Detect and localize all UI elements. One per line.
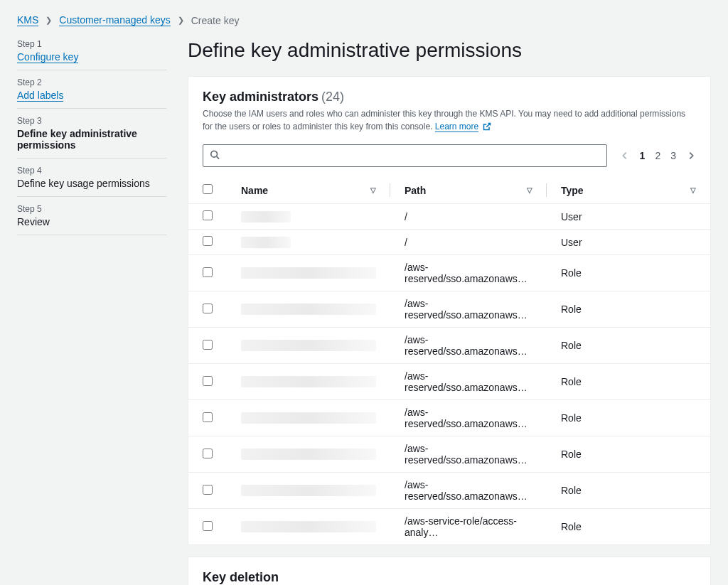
redacted-name — [241, 376, 376, 387]
table-row[interactable]: /User — [188, 230, 710, 255]
row-checkbox[interactable] — [203, 304, 213, 313]
deletion-title: Key deletion — [203, 570, 696, 585]
key-deletion-panel: Key deletion Allow key administrators to… — [188, 557, 711, 585]
sort-icon: ▽ — [527, 186, 532, 194]
sidebar-step-4: Step 4 Define key usage permissions — [17, 159, 166, 197]
page-2[interactable]: 2 — [655, 150, 660, 161]
table-row[interactable]: /aws-service-role/access-analy…Role — [188, 509, 710, 545]
redacted-name — [241, 412, 376, 424]
step-label: Step 4 — [17, 166, 166, 176]
key-administrators-panel: Key administrators (24) Choose the IAM u… — [188, 76, 711, 545]
type-cell: Role — [547, 473, 710, 509]
type-cell: Role — [547, 364, 710, 400]
path-cell: / — [390, 230, 547, 255]
breadcrumb-cmk[interactable]: Customer-managed keys — [59, 14, 170, 26]
table-row[interactable]: /aws-reserved/sso.amazonaws…Role — [188, 400, 710, 436]
breadcrumb-current: Create key — [191, 15, 240, 26]
sidebar-step-5: Step 5 Review — [17, 197, 166, 235]
row-checkbox[interactable] — [203, 236, 213, 246]
table-row[interactable]: /aws-reserved/sso.amazonaws…Role — [188, 473, 710, 509]
row-checkbox[interactable] — [203, 412, 213, 422]
select-all-checkbox[interactable] — [203, 184, 213, 194]
redacted-name — [241, 267, 376, 279]
table-row[interactable]: /aws-reserved/sso.amazonaws…Role — [188, 255, 710, 291]
path-cell: /aws-service-role/access-analy… — [390, 509, 547, 545]
table-row[interactable]: /User — [188, 204, 710, 230]
type-cell: Role — [547, 255, 710, 291]
redacted-name — [241, 304, 376, 315]
chevron-right-icon: ❯ — [46, 16, 52, 25]
table-row[interactable]: /aws-reserved/sso.amazonaws…Role — [188, 436, 710, 473]
external-link-icon — [483, 122, 491, 134]
sidebar-step-2[interactable]: Step 2 Add labels — [17, 70, 166, 109]
sidebar-step-1[interactable]: Step 1 Configure key — [17, 39, 166, 70]
breadcrumb-kms[interactable]: KMS — [17, 14, 38, 26]
row-checkbox[interactable] — [203, 210, 213, 220]
type-cell: User — [547, 204, 710, 230]
type-cell: Role — [547, 328, 710, 364]
pagination: 1 2 3 — [620, 150, 696, 161]
col-path[interactable]: Path — [405, 185, 426, 196]
learn-more-link[interactable]: Learn more — [435, 122, 478, 132]
row-checkbox[interactable] — [203, 340, 213, 350]
wizard-sidebar: Step 1 Configure key Step 2 Add labels S… — [17, 39, 166, 585]
step-label: Step 5 — [17, 204, 166, 214]
path-cell: /aws-reserved/sso.amazonaws… — [390, 291, 547, 328]
page-next-icon[interactable] — [686, 151, 696, 161]
page-3[interactable]: 3 — [670, 150, 676, 161]
redacted-name — [241, 485, 376, 496]
page-title: Define key administrative permissions — [188, 39, 711, 62]
type-cell: Role — [547, 291, 710, 328]
step-title[interactable]: Configure key — [17, 51, 78, 63]
redacted-name — [241, 211, 291, 222]
table-row[interactable]: /aws-reserved/sso.amazonaws…Role — [188, 364, 710, 400]
type-cell: Role — [547, 436, 710, 473]
path-cell: /aws-reserved/sso.amazonaws… — [390, 400, 547, 436]
step-title: Define key administrative permissions — [17, 128, 166, 151]
path-cell: /aws-reserved/sso.amazonaws… — [390, 328, 547, 364]
col-type[interactable]: Type — [561, 185, 584, 196]
row-checkbox[interactable] — [203, 521, 213, 531]
page-prev-icon[interactable] — [620, 151, 630, 161]
path-cell: /aws-reserved/sso.amazonaws… — [390, 255, 547, 291]
type-cell: User — [547, 230, 710, 255]
page-1[interactable]: 1 — [640, 150, 646, 161]
table-row[interactable]: /aws-reserved/sso.amazonaws…Role — [188, 291, 710, 328]
path-cell: /aws-reserved/sso.amazonaws… — [390, 473, 547, 509]
search-input[interactable] — [203, 144, 607, 167]
breadcrumb: KMS ❯ Customer-managed keys ❯ Create key — [17, 14, 711, 26]
path-cell: / — [390, 204, 547, 230]
row-checkbox[interactable] — [203, 485, 213, 495]
path-cell: /aws-reserved/sso.amazonaws… — [390, 436, 547, 473]
chevron-right-icon: ❯ — [178, 16, 184, 25]
type-cell: Role — [547, 400, 710, 436]
row-checkbox[interactable] — [203, 267, 213, 277]
path-cell: /aws-reserved/sso.amazonaws… — [390, 364, 547, 400]
step-title: Review — [17, 216, 166, 227]
administrators-table: Name▽ Path▽ Type▽ /User/User/aws-reserve… — [188, 177, 710, 544]
step-label: Step 3 — [17, 116, 166, 126]
row-checkbox[interactable] — [203, 376, 213, 386]
panel-count: (24) — [321, 90, 344, 104]
sidebar-step-3: Step 3 Define key administrative permiss… — [17, 109, 166, 159]
step-title[interactable]: Add labels — [17, 90, 63, 102]
panel-title: Key administrators — [203, 90, 318, 104]
redacted-name — [241, 449, 376, 460]
sort-icon: ▽ — [690, 186, 696, 194]
step-label: Step 1 — [17, 39, 166, 49]
step-title: Define key usage permissions — [17, 178, 166, 189]
svg-point-0 — [211, 151, 218, 157]
col-name[interactable]: Name — [241, 185, 268, 196]
search-icon — [210, 150, 220, 162]
redacted-name — [241, 237, 291, 248]
sort-icon: ▽ — [370, 186, 376, 194]
type-cell: Role — [547, 509, 710, 545]
step-label: Step 2 — [17, 77, 166, 87]
redacted-name — [241, 521, 376, 532]
redacted-name — [241, 340, 376, 351]
row-checkbox[interactable] — [203, 449, 213, 458]
panel-description: Choose the IAM users and roles who can a… — [203, 107, 696, 134]
table-row[interactable]: /aws-reserved/sso.amazonaws…Role — [188, 328, 710, 364]
